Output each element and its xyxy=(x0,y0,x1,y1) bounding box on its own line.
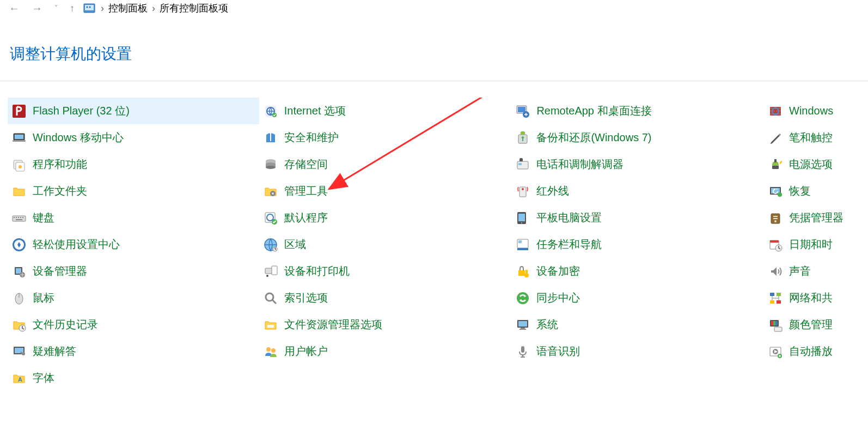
control-panel-item[interactable]: 设备和打印机 xyxy=(259,258,512,285)
control-panel-item[interactable]: 颜色管理 xyxy=(764,311,860,338)
pen-icon xyxy=(767,130,784,146)
breadcrumb-sep-icon: › xyxy=(152,3,155,14)
control-panel-item[interactable]: 日期和时 xyxy=(764,231,860,258)
item-label: 疑难解答 xyxy=(33,344,76,359)
svg-rect-85 xyxy=(777,293,781,296)
item-label: 红外线 xyxy=(536,184,569,198)
control-panel-item[interactable]: RemoteApp 和桌面连接 xyxy=(511,98,764,124)
page-header: 调整计算机的设置 xyxy=(0,16,868,81)
control-panel-item[interactable]: 系统 xyxy=(511,311,764,338)
item-label: Windows 移动中心 xyxy=(33,130,124,145)
item-label: 文件资源管理器选项 xyxy=(284,317,382,332)
control-panel-item[interactable]: 管理工具 xyxy=(259,178,512,204)
item-label: 恢复 xyxy=(789,184,811,198)
svg-rect-87 xyxy=(777,300,781,304)
control-panel-item[interactable]: 区域 xyxy=(259,231,512,258)
control-panel-item[interactable]: A字体 xyxy=(8,365,264,391)
control-panel-item[interactable]: 网络和共 xyxy=(764,285,860,311)
control-panel-item[interactable]: 疑难解答 xyxy=(8,338,259,365)
svg-rect-34 xyxy=(772,166,779,169)
nav-dropdown-icon[interactable]: ˅ xyxy=(51,4,61,12)
system-icon xyxy=(515,317,531,333)
flash-icon xyxy=(11,103,27,119)
control-panel-item[interactable]: 安全和维护 xyxy=(259,124,512,151)
svg-rect-96 xyxy=(518,321,527,327)
nav-up-icon[interactable]: ↑ xyxy=(66,3,78,14)
mouse-icon xyxy=(11,290,27,306)
control-panel-item[interactable]: Internet 选项 xyxy=(259,98,512,124)
network-icon xyxy=(767,290,784,306)
control-panel-item[interactable]: 文件历史记录 xyxy=(8,311,259,338)
control-panel-item[interactable]: 电源选项 xyxy=(764,151,860,178)
control-panel-item[interactable]: 自动播放 xyxy=(764,338,860,365)
nav-forward-icon[interactable]: → xyxy=(28,2,46,15)
navigation-bar: ← → ˅ ↑ › 控制面板 › 所有控制面板项 xyxy=(0,0,868,16)
svg-rect-44 xyxy=(16,217,17,218)
svg-rect-47 xyxy=(22,217,23,218)
control-panel-icon[interactable] xyxy=(83,2,95,14)
item-label: 任务栏和导航 xyxy=(536,237,602,252)
taskbar-icon xyxy=(515,237,531,253)
infrared-icon xyxy=(515,183,531,200)
svg-rect-84 xyxy=(770,293,774,296)
control-panel-item[interactable]: 同步中心 xyxy=(511,285,764,311)
item-label: 自动播放 xyxy=(789,344,833,359)
control-panel-item[interactable]: 轻松使用设置中心 xyxy=(8,231,259,258)
control-panel-item[interactable]: 凭据管理器 xyxy=(764,204,860,231)
svg-rect-101 xyxy=(771,321,773,325)
speech-icon xyxy=(515,343,531,360)
control-panel-item[interactable]: 笔和触控 xyxy=(764,124,860,151)
control-panel-item[interactable]: 语音识别 xyxy=(511,338,764,365)
control-panel-item[interactable]: 任务栏和导航 xyxy=(511,231,764,258)
control-panel-item[interactable]: Flash Player (32 位) xyxy=(8,98,259,124)
control-panel-item[interactable]: Windows 移动中心 xyxy=(8,124,259,151)
control-panel-item[interactable]: 鼠标 xyxy=(8,285,259,311)
control-panel-item[interactable]: Windows xyxy=(764,98,860,124)
svg-point-108 xyxy=(266,347,271,352)
control-panel-item[interactable]: 恢复 xyxy=(764,178,860,204)
sync-icon xyxy=(515,290,531,306)
item-label: 索引选项 xyxy=(284,291,328,305)
item-label: 工作文件夹 xyxy=(33,184,87,198)
breadcrumb-item[interactable]: 所有控制面板项 xyxy=(160,2,228,15)
svg-rect-97 xyxy=(521,328,525,329)
svg-rect-86 xyxy=(770,300,774,304)
nav-back-icon[interactable]: ← xyxy=(5,2,23,15)
control-panel-item[interactable]: 设备加密 xyxy=(511,258,764,285)
control-panel-item[interactable]: 键盘 xyxy=(8,204,259,231)
sound-icon xyxy=(767,263,784,280)
control-panel-item[interactable]: 备份和还原(Windows 7) xyxy=(511,124,764,151)
control-panel-item[interactable]: 平板电脑设置 xyxy=(511,204,764,231)
control-panel-item[interactable]: 工作文件夹 xyxy=(8,178,259,204)
svg-rect-76 xyxy=(518,270,525,276)
control-panel-item[interactable]: 设备管理器 xyxy=(8,258,259,285)
svg-text:A: A xyxy=(18,376,22,383)
control-panel-item[interactable]: 电话和调制解调器 xyxy=(511,151,764,178)
control-panel-item[interactable]: 程序和功能 xyxy=(8,151,259,178)
svg-point-107 xyxy=(22,352,25,355)
svg-point-58 xyxy=(774,220,777,222)
control-panel-item[interactable]: 索引选项 xyxy=(259,285,512,311)
svg-rect-102 xyxy=(773,321,775,325)
indexing-icon xyxy=(262,290,279,306)
breadcrumb[interactable]: › 控制面板 › 所有控制面板项 xyxy=(101,2,228,15)
item-label: Internet 选项 xyxy=(284,104,346,118)
workfolders-icon xyxy=(11,183,27,200)
breadcrumb-item[interactable]: 控制面板 xyxy=(108,2,148,15)
svg-point-81 xyxy=(266,293,273,301)
control-panel-item[interactable]: 存储空间 xyxy=(259,151,512,178)
control-panel-item[interactable]: 默认程序 xyxy=(259,204,512,231)
svg-point-109 xyxy=(271,348,276,353)
control-panel-item[interactable]: 声音 xyxy=(764,258,860,285)
tablet-icon xyxy=(515,210,531,226)
item-label: 平板电脑设置 xyxy=(536,210,602,225)
svg-rect-33 xyxy=(774,159,777,162)
svg-rect-46 xyxy=(20,217,21,218)
svg-point-25 xyxy=(19,165,22,168)
control-panel-item[interactable]: 用户帐户 xyxy=(259,338,512,365)
svg-point-2 xyxy=(87,7,88,8)
control-panel-item[interactable]: 文件资源管理器选项 xyxy=(259,311,512,338)
region-icon xyxy=(262,237,279,253)
item-label: 轻松使用设置中心 xyxy=(33,237,120,252)
control-panel-item[interactable]: 红外线 xyxy=(511,178,764,204)
